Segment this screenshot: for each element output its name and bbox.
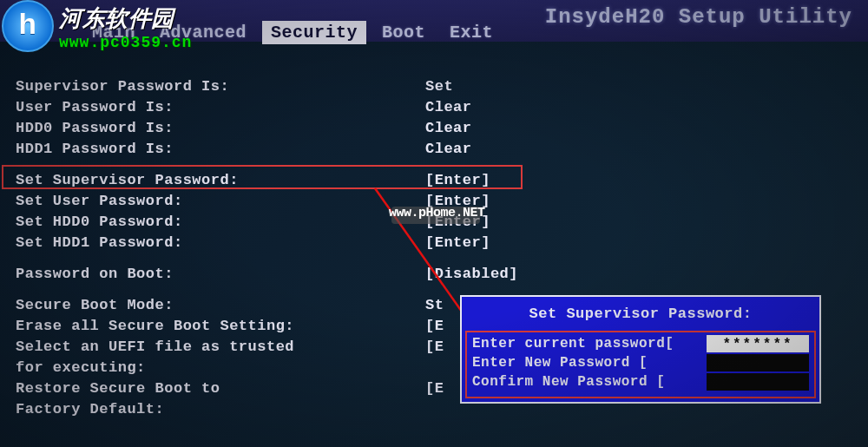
secure-label: for executing:: [16, 358, 425, 378]
logo-letter: h: [19, 10, 37, 43]
action-label: Set HDD0 Password:: [16, 212, 425, 233]
dialog-row-new: Enter New Password [: [472, 353, 809, 372]
logo-url: www.pc0359.cn: [59, 34, 192, 51]
dialog-row-current: Enter current password[ *******: [472, 334, 809, 353]
dialog-label: Confirm New Password [: [472, 372, 707, 391]
action-label: Set HDD1 Password:: [16, 233, 425, 253]
logo-icon: h: [2, 0, 54, 52]
watermark-text: www.pHome.NET: [389, 206, 485, 220]
set-supervisor-password-row[interactable]: Set Supervisor Password:[Enter]: [0, 170, 868, 191]
action-label: Set Supervisor Password:: [16, 170, 425, 191]
action-label: Set User Password:: [16, 191, 425, 212]
dialog-body: Enter current password[ ******* Enter Ne…: [465, 331, 816, 398]
status-label: Supervisor Password Is:: [16, 76, 425, 97]
current-password-input[interactable]: *******: [707, 335, 809, 352]
secure-label: Secure Boot Mode:: [16, 295, 425, 316]
boot-value: [Disabled]: [425, 264, 868, 285]
new-password-input[interactable]: [707, 354, 809, 371]
status-label: HDD1 Password Is:: [16, 139, 425, 160]
secure-label: Restore Secure Boot to: [16, 378, 425, 399]
status-value: Clear: [425, 118, 868, 139]
secure-label: Factory Default:: [16, 399, 425, 420]
action-value: [Enter]: [425, 233, 868, 253]
logo-text: 河东软件园: [59, 3, 192, 34]
secure-label: Select an UEFI file as trusted: [16, 337, 425, 358]
status-row: Supervisor Password Is:Set: [0, 76, 868, 97]
status-value: Clear: [425, 97, 868, 118]
status-row: HDD1 Password Is:Clear: [0, 139, 868, 160]
action-value: [Enter]: [425, 191, 868, 212]
dialog-title: Set Supervisor Password:: [465, 300, 816, 331]
dialog-row-confirm: Confirm New Password [: [472, 372, 809, 391]
boot-label: Password on Boot:: [16, 264, 425, 285]
tab-exit[interactable]: Exit: [441, 21, 502, 44]
action-value: [Enter]: [425, 170, 868, 191]
status-row: HDD0 Password Is:Clear: [0, 118, 868, 139]
confirm-password-input[interactable]: [707, 373, 809, 391]
set-supervisor-password-dialog: Set Supervisor Password: Enter current p…: [460, 295, 821, 404]
status-row: User Password Is:Clear: [0, 97, 868, 118]
status-value: Set: [425, 76, 868, 97]
dialog-label: Enter New Password [: [472, 353, 707, 372]
dialog-label: Enter current password[: [472, 334, 707, 353]
set-hdd1-password-row[interactable]: Set HDD1 Password:[Enter]: [0, 233, 868, 253]
status-value: Clear: [425, 139, 868, 160]
tab-security[interactable]: Security: [262, 21, 366, 44]
password-on-boot-row[interactable]: Password on Boot:[Disabled]: [0, 264, 868, 285]
status-label: User Password Is:: [16, 97, 425, 118]
action-value: [Enter]: [425, 212, 868, 233]
site-logo: h 河东软件园 www.pc0359.cn: [2, 0, 192, 52]
utility-title: InsydeH20 Setup Utility: [545, 5, 852, 29]
secure-label: Erase all Secure Boot Setting:: [16, 316, 425, 337]
status-label: HDD0 Password Is:: [16, 118, 425, 139]
tab-boot[interactable]: Boot: [373, 21, 434, 44]
watermark: www.pHome.NET: [389, 204, 485, 220]
